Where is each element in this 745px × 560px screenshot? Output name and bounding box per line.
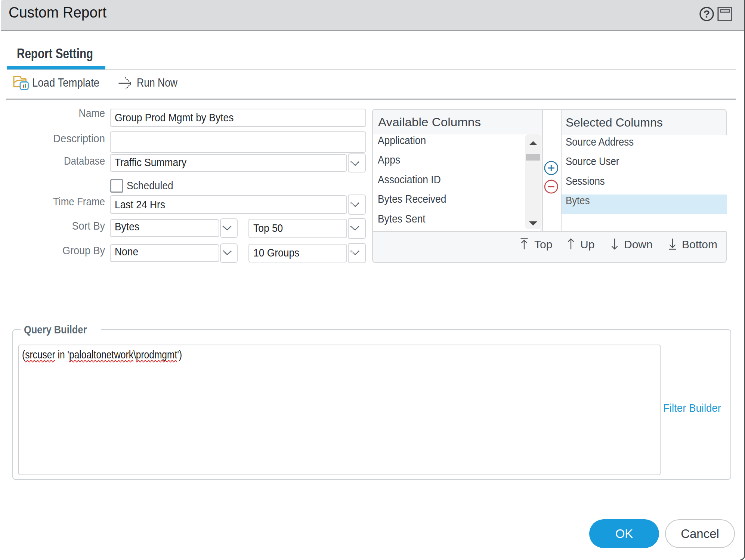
svg-text:?: ? — [704, 8, 710, 20]
